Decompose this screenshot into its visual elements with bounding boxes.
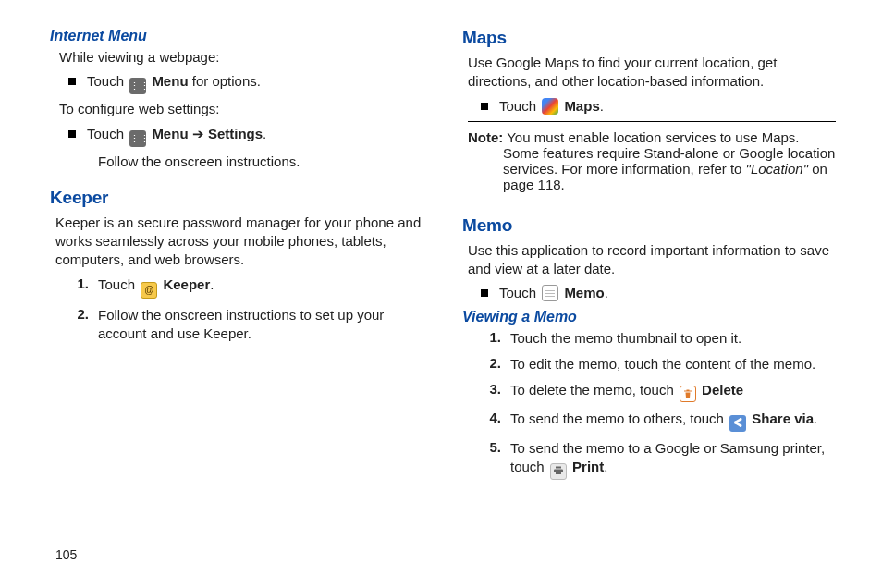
right-column: Maps Use Google Maps to find your curren…: [468, 28, 836, 487]
text: .: [604, 459, 607, 474]
step-body: Touch the memo thumbnail to open it.: [510, 329, 836, 348]
text-while-viewing: While viewing a webpage:: [59, 48, 423, 67]
grid-menu-icon: ⋮⋮: [129, 78, 146, 94]
heading-internet-menu: Internet Menu: [50, 28, 423, 44]
step-body: Follow the onscreen instructions to set …: [98, 306, 423, 344]
bullet-touch-memo: Touch Memo.: [481, 284, 836, 302]
maps-icon: [542, 98, 558, 115]
print-icon: [550, 463, 567, 480]
text: .: [600, 98, 604, 114]
bullet-body: Touch Memo.: [499, 284, 836, 302]
bullet-touch-menu-settings: Touch ⋮⋮ Menu ➔ Settings.: [68, 125, 423, 147]
heading-viewing-memo: Viewing a Memo: [462, 309, 836, 325]
text: Touch: [98, 276, 139, 292]
note-text: Note: You must enable location services …: [468, 129, 836, 192]
text: Touch: [499, 98, 540, 114]
bullet-icon: [68, 78, 76, 85]
step-4-share: 4. To send the memo to others, touch Sha…: [481, 410, 836, 432]
label-menu: Menu: [152, 73, 188, 89]
step-5-print: 5. To send the memo to a Google or Samsu…: [481, 439, 836, 480]
label-share-via: Share via: [752, 410, 814, 426]
step-number: 2.: [68, 306, 89, 322]
step-body: To edit the memo, touch the content of t…: [510, 355, 836, 374]
grid-menu-icon: ⋮⋮: [129, 130, 146, 147]
text: Touch: [87, 73, 128, 89]
text: for options.: [189, 73, 261, 89]
bullet-touch-maps: Touch Maps.: [481, 97, 836, 116]
bullet-touch-menu-options: Touch ⋮⋮ Menu for options.: [68, 72, 423, 94]
label-maps: Maps: [564, 98, 599, 114]
step-body: To send the memo to others, touch Share …: [510, 410, 836, 432]
page-number: 105: [55, 547, 77, 562]
label-keeper: Keeper: [163, 276, 210, 292]
step-1-view: 1. Touch the memo thumbnail to open it.: [481, 329, 836, 348]
heading-keeper: Keeper: [50, 188, 423, 208]
delete-icon: [680, 386, 696, 402]
text: .: [210, 276, 214, 292]
text-follow-instructions: Follow the onscreen instructions.: [98, 153, 423, 171]
step-number: 5.: [481, 439, 501, 455]
note-block-maps: Note: You must enable location services …: [468, 121, 836, 202]
bullet-icon: [481, 289, 488, 297]
text-configure-settings: To configure web settings:: [59, 100, 423, 118]
text: .: [263, 126, 266, 141]
two-column-layout: Internet Menu While viewing a webpage: T…: [55, 28, 836, 487]
step-body: To delete the memo, touch Delete: [510, 381, 836, 402]
bullet-icon: [68, 130, 76, 138]
step-body: To send the memo to a Google or Samsung …: [510, 439, 836, 480]
step-number: 4.: [481, 410, 501, 425]
text: .: [814, 410, 817, 426]
label-menu: Menu: [152, 126, 188, 141]
note-ref: "Location": [746, 161, 808, 177]
memo-icon: [542, 285, 558, 301]
bullet-body: Touch ⋮⋮ Menu ➔ Settings.: [87, 125, 423, 147]
text-maps-intro: Use Google Maps to find your current loc…: [468, 54, 836, 92]
heading-maps: Maps: [462, 28, 836, 48]
share-icon: [729, 415, 746, 432]
step-number: 1.: [481, 329, 501, 345]
text-keeper-intro: Keeper is an secure password manager for…: [55, 214, 423, 270]
step-1-keeper: 1. Touch @ Keeper.: [68, 276, 423, 299]
text: To delete the memo, touch: [510, 382, 678, 398]
label-delete: Delete: [702, 382, 743, 398]
step-number: 1.: [68, 276, 89, 291]
left-column: Internet Menu While viewing a webpage: T…: [55, 28, 423, 487]
arrow-icon: ➔: [189, 126, 208, 141]
bullet-icon: [481, 103, 488, 110]
note-lead: Note:: [468, 129, 503, 145]
step-2-keeper: 2. Follow the onscreen instructions to s…: [68, 306, 423, 344]
text: .: [605, 285, 608, 300]
text: Touch: [87, 126, 128, 141]
step-number: 3.: [481, 381, 501, 397]
heading-memo: Memo: [462, 215, 836, 236]
step-number: 2.: [481, 355, 501, 371]
step-2-edit: 2. To edit the memo, touch the content o…: [481, 355, 836, 374]
bullet-body: Touch ⋮⋮ Menu for options.: [87, 72, 423, 94]
label-print: Print: [572, 459, 604, 474]
text: Touch: [499, 285, 540, 300]
bullet-body: Touch Maps.: [499, 97, 836, 116]
step-3-delete: 3. To delete the memo, touch Delete: [481, 381, 836, 402]
text: To send the memo to others, touch: [510, 410, 728, 426]
label-settings: Settings: [208, 126, 263, 141]
step-body: Touch @ Keeper.: [98, 276, 423, 299]
text-memo-intro: Use this application to record important…: [468, 241, 836, 279]
keeper-icon: @: [141, 282, 157, 299]
label-memo: Memo: [564, 285, 604, 300]
